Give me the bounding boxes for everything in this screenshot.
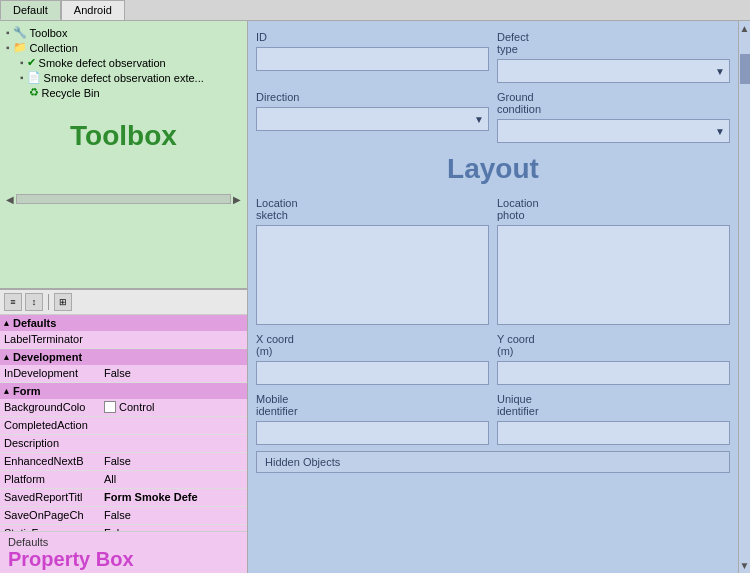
input-ycoord[interactable] [497, 361, 730, 385]
right-content: ID Defect type ▼ Direction ▼ [248, 21, 738, 573]
input-xcoord[interactable] [256, 361, 489, 385]
prop-row-labelterminator: LabelTerminator [0, 331, 247, 349]
prop-name-saveonpagech: SaveOnPageCh [0, 508, 100, 522]
tree-item-smoke-ext[interactable]: ▪ 📄 Smoke defect observation exte... [4, 70, 243, 85]
label-uniqueidentifier: Unique identifier [497, 391, 730, 419]
prop-row-bgcolor: BackgroundColo Control [0, 399, 247, 417]
right-panel-wrapper: ID Defect type ▼ Direction ▼ [248, 21, 750, 573]
bgcolor-text: Control [119, 401, 154, 413]
form-cell-ycoord: Y coord (m) [497, 331, 730, 385]
hidden-section-title: Hidden Objects [265, 456, 721, 468]
label-locationsketch: Location sketch [256, 195, 489, 223]
input-locationphoto[interactable] [497, 225, 730, 325]
defaults-title-text: Defaults [8, 536, 239, 548]
form-cell-xcoord: X coord (m) [256, 331, 489, 385]
expand-icon-smoke-ext[interactable]: ▪ [20, 72, 24, 83]
toolbox-main-label: Toolbox [4, 120, 243, 152]
toolbox-icon: 🔧 [13, 26, 27, 39]
form-cell-defecttype: Defect type ▼ [497, 29, 730, 83]
form-row-4: X coord (m) Y coord (m) [256, 331, 730, 385]
section-dev-label: Development [13, 351, 82, 363]
form-cell-uniqueidentifier: Unique identifier [497, 391, 730, 445]
prop-row-platform: Platform All [0, 471, 247, 489]
form-cell-groundcondition: Ground condition ▼ [497, 89, 730, 143]
tree-item-recycle[interactable]: ♻ Recycle Bin [4, 85, 243, 100]
section-form[interactable]: ▴ Form [0, 383, 247, 399]
smoke-ext-icon: 📄 [27, 71, 41, 84]
color-swatch [104, 401, 116, 413]
recycle-icon: ♻ [29, 86, 39, 99]
scroll-down-arrow[interactable]: ▼ [740, 560, 750, 571]
section-defaults[interactable]: ▴ Defaults [0, 315, 247, 331]
prop-value-savedreporttitle[interactable]: Form Smoke Defe [100, 490, 247, 504]
tab-default[interactable]: Default [0, 0, 61, 20]
input-mobileidentifier[interactable] [256, 421, 489, 445]
form-row-1: ID Defect type ▼ [256, 29, 730, 83]
defaults-bottom: Defaults Property Box [0, 531, 247, 573]
hidden-objects-section: Hidden Objects [256, 451, 730, 473]
label-ycoord: Y coord (m) [497, 331, 730, 359]
prop-value-saveonpagech[interactable]: False [100, 508, 247, 522]
form-cell-id: ID [256, 29, 489, 83]
toolbar-separator [48, 294, 49, 310]
form-cell-mobileidentifier: Mobile identifier [256, 391, 489, 445]
section-defaults-triangle: ▴ [4, 318, 9, 328]
toolbar-icon-1[interactable]: ≡ [4, 293, 22, 311]
layout-main-label: Layout [256, 153, 730, 185]
property-area: ▴ Defaults LabelTerminator ▴ Development… [0, 315, 247, 574]
tree-item-toolbox[interactable]: ▪ 🔧 Toolbox [4, 25, 243, 40]
toolbar-icon-2[interactable]: ↕ [25, 293, 43, 311]
tree-label-toolbox: Toolbox [30, 27, 68, 39]
tree-item-smoke[interactable]: ▪ ✔ Smoke defect observation [4, 55, 243, 70]
prop-value-enhancednextb[interactable]: False [100, 454, 247, 468]
scroll-right-arrow[interactable]: ▶ [233, 194, 241, 205]
label-mobileidentifier: Mobile identifier [256, 391, 489, 419]
select-direction[interactable]: ▼ [256, 107, 489, 131]
scroll-left-arrow[interactable]: ◀ [6, 194, 14, 205]
label-locationphoto: Location photo [497, 195, 730, 223]
prop-value-labelterminator[interactable] [100, 338, 247, 340]
smoke-check-icon: ✔ [27, 56, 36, 69]
input-uniqueidentifier[interactable] [497, 421, 730, 445]
expand-icon-smoke[interactable]: ▪ [20, 57, 24, 68]
toolbar-icon-3[interactable]: ⊞ [54, 293, 72, 311]
prop-value-indevelopment[interactable]: False [100, 366, 247, 380]
select-defecttype[interactable]: ▼ [497, 59, 730, 83]
tree-label-collection: Collection [30, 42, 78, 54]
prop-row-completedaction: CompletedAction [0, 417, 247, 435]
label-groundcondition: Ground condition [497, 89, 730, 117]
scroll-up-arrow[interactable]: ▲ [740, 23, 750, 34]
left-panel: ▪ 🔧 Toolbox ▪ 📁 Collection ▪ ✔ Smoke def… [0, 21, 248, 573]
section-form-triangle: ▴ [4, 386, 9, 396]
form-row-3: Location sketch Location photo [256, 195, 730, 325]
prop-value-platform[interactable]: All [100, 472, 247, 486]
select-groundcondition[interactable]: ▼ [497, 119, 730, 143]
label-id: ID [256, 29, 489, 45]
form-row-2: Direction ▼ Ground condition ▼ [256, 89, 730, 143]
form-cell-locationsketch: Location sketch [256, 195, 489, 325]
section-development[interactable]: ▴ Development [0, 349, 247, 365]
prop-name-labelterminator: LabelTerminator [0, 332, 100, 346]
tab-android[interactable]: Android [61, 0, 125, 20]
prop-value-completedaction[interactable] [100, 424, 247, 426]
tree-label-recycle: Recycle Bin [42, 87, 100, 99]
expand-icon-toolbox[interactable]: ▪ [6, 27, 10, 38]
main-layout: ▪ 🔧 Toolbox ▪ 📁 Collection ▪ ✔ Smoke def… [0, 21, 750, 573]
expand-icon-collection[interactable]: ▪ [6, 42, 10, 53]
toolbox-tree: ▪ 🔧 Toolbox ▪ 📁 Collection ▪ ✔ Smoke def… [4, 25, 243, 100]
input-locationsketch[interactable] [256, 225, 489, 325]
prop-name-bgcolor: BackgroundColo [0, 400, 100, 414]
tree-item-collection[interactable]: ▪ 📁 Collection [4, 40, 243, 55]
prop-value-bgcolor[interactable]: Control [100, 400, 247, 414]
form-cell-direction: Direction ▼ [256, 89, 489, 143]
prop-value-description[interactable] [100, 442, 247, 444]
property-table: ▴ Defaults LabelTerminator ▴ Development… [0, 315, 247, 532]
prop-name-platform: Platform [0, 472, 100, 486]
prop-name-enhancednextb: EnhancedNextB [0, 454, 100, 468]
right-scrollbar[interactable]: ▲ ▼ [738, 21, 750, 573]
collection-icon: 📁 [13, 41, 27, 54]
input-id[interactable] [256, 47, 489, 71]
scroll-thumb[interactable] [740, 54, 750, 84]
prop-row-savedreporttitle: SavedReportTitl Form Smoke Defe [0, 489, 247, 507]
section-form-label: Form [13, 385, 41, 397]
